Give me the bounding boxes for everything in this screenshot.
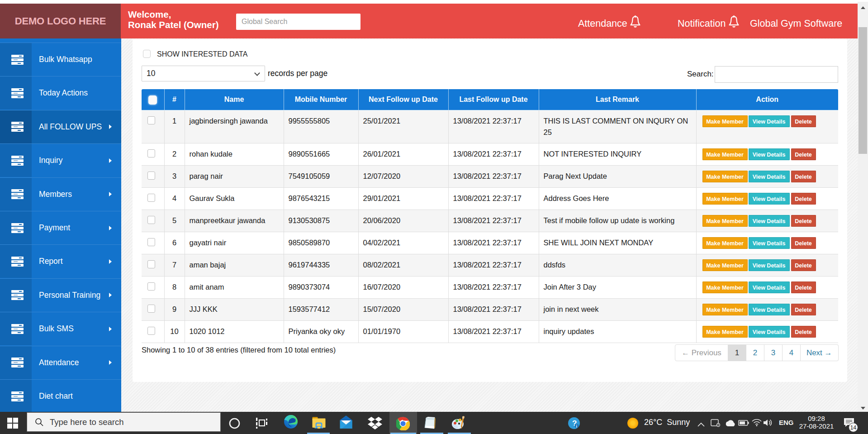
svg-text:i: i (576, 424, 578, 429)
